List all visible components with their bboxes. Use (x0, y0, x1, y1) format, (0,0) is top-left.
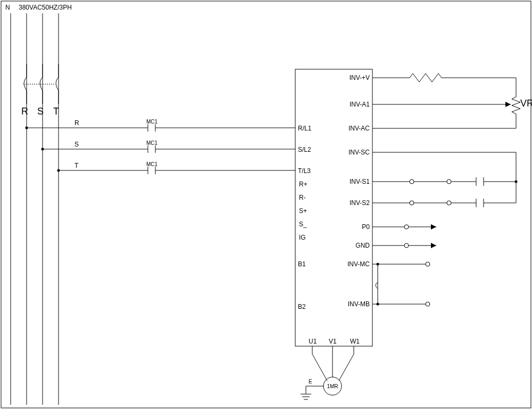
port-INVAC: INV-AC (348, 125, 370, 132)
svg-marker-52 (431, 224, 436, 230)
svg-point-42 (410, 201, 414, 205)
port-W1: W1 (350, 338, 360, 345)
port-B1: B1 (298, 260, 306, 268)
svg-point-63 (377, 303, 379, 306)
port-INVpV: INV-+V (350, 74, 370, 81)
earth-label: E (309, 379, 312, 385)
contactor-mc1: MC1 MC1 MC1 (144, 119, 295, 174)
port-SL2: S/L2 (298, 146, 311, 153)
port-INVMB: INV-MB (348, 300, 370, 308)
potentiometer-vr: VR (512, 97, 532, 114)
net-gnd (372, 243, 436, 248)
svg-point-62 (377, 263, 379, 266)
port-INVSC: INV-SC (348, 149, 370, 156)
main-bus (11, 13, 59, 405)
port-U1: U1 (309, 338, 317, 345)
port-Rm: R- (299, 194, 306, 201)
port-Sp: S+ (299, 207, 307, 215)
svg-point-36 (447, 179, 451, 184)
svg-point-54 (404, 243, 409, 248)
port-Rp: R+ (299, 181, 307, 188)
port-INVS2: INV-S2 (350, 199, 370, 207)
motor-label: 1MR (327, 383, 338, 389)
net-s2 (372, 199, 516, 207)
port-GND: GND (355, 242, 370, 249)
port-V1: V1 (329, 338, 337, 345)
supply-prefix: N (5, 4, 10, 11)
port-IG: IG (299, 234, 306, 241)
svg-point-44 (447, 201, 451, 205)
mc1-label-3: MC1 (146, 161, 158, 167)
port-Sm: S_ (299, 220, 307, 228)
net-s1 (372, 177, 516, 186)
svg-point-34 (410, 179, 414, 184)
supply-spec: 380VAC50HZ/3PH (19, 4, 72, 11)
net-mc-mb (372, 262, 430, 306)
net-inva1 (372, 102, 511, 107)
vr-label: VR (520, 98, 532, 109)
svg-point-60 (426, 302, 430, 306)
svg-marker-56 (431, 243, 436, 248)
port-TL3: T/L3 (298, 167, 311, 175)
port-INVMC: INV-MC (347, 260, 370, 268)
net-invac (372, 114, 516, 128)
phase-S-label: S (37, 106, 44, 117)
mc1-label-1: MC1 (146, 119, 158, 125)
net-invv-resistor (372, 73, 516, 97)
port-B2: B2 (298, 303, 306, 310)
wire-T-label: T (74, 162, 79, 169)
schematic-canvas: N 380VAC50HZ/3PH R S T R S T MC1 (0, 0, 532, 409)
port-P0: P0 (362, 223, 370, 231)
main-breaker (23, 64, 59, 104)
wire-R-label: R (74, 119, 79, 127)
svg-marker-27 (505, 102, 511, 107)
net-p0 (372, 224, 436, 230)
port-INVA1: INV-A1 (350, 101, 370, 108)
net-sc-bus (372, 152, 518, 203)
wire-S-label: S (74, 141, 79, 148)
drawing-frame (1, 1, 531, 408)
svg-point-58 (426, 262, 430, 266)
net-motor: 1MR E (301, 346, 354, 399)
port-RL1: R/L1 (298, 125, 312, 132)
phase-T-label: T (53, 106, 59, 117)
phase-R-label: R (21, 106, 28, 117)
mc1-label-2: MC1 (146, 140, 158, 146)
svg-point-50 (404, 225, 409, 229)
port-INVS1: INV-S1 (350, 178, 370, 185)
